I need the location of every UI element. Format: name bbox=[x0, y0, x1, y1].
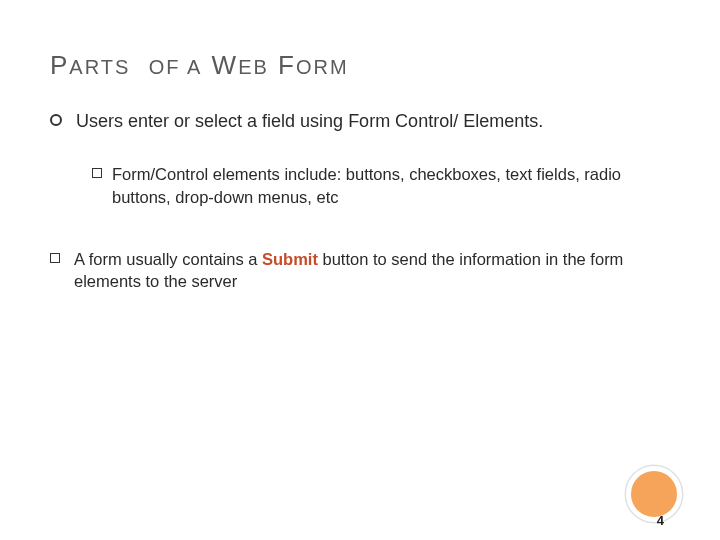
bullet-level-1: Users enter or select a field using Form… bbox=[50, 109, 670, 133]
title-word-2: OF A bbox=[149, 56, 203, 78]
title-word-1b: ARTS bbox=[69, 56, 130, 78]
bullet-1-text: Users enter or select a field using Form… bbox=[76, 109, 543, 133]
title-word-3b: EB bbox=[238, 56, 269, 78]
bullet-level-1-alt: A form usually contains a Submit button … bbox=[50, 248, 670, 293]
square-bullet-icon bbox=[50, 253, 60, 263]
slide-body: Users enter or select a field using Form… bbox=[50, 109, 670, 292]
square-bullet-icon bbox=[92, 168, 102, 178]
bullet-2-text: Form/Control elements include: buttons, … bbox=[112, 163, 670, 208]
bullet-3-text: A form usually contains a Submit button … bbox=[74, 248, 670, 293]
title-word-3a: W bbox=[212, 50, 239, 80]
slide: PARTS OF A WEB FORM Users enter or selec… bbox=[0, 0, 720, 540]
circle-bullet-icon bbox=[50, 114, 62, 126]
bullet-level-2: Form/Control elements include: buttons, … bbox=[92, 163, 670, 208]
slide-title: PARTS OF A WEB FORM bbox=[50, 50, 670, 81]
page-number: 4 bbox=[657, 513, 664, 528]
bullet-3-highlight: Submit bbox=[262, 250, 318, 268]
bullet-3-pre: A form usually contains a bbox=[74, 250, 262, 268]
decorative-circle-icon bbox=[626, 466, 682, 522]
title-word-4a: F bbox=[278, 50, 296, 80]
title-word-1a: P bbox=[50, 50, 69, 80]
title-word-4b: ORM bbox=[296, 56, 349, 78]
